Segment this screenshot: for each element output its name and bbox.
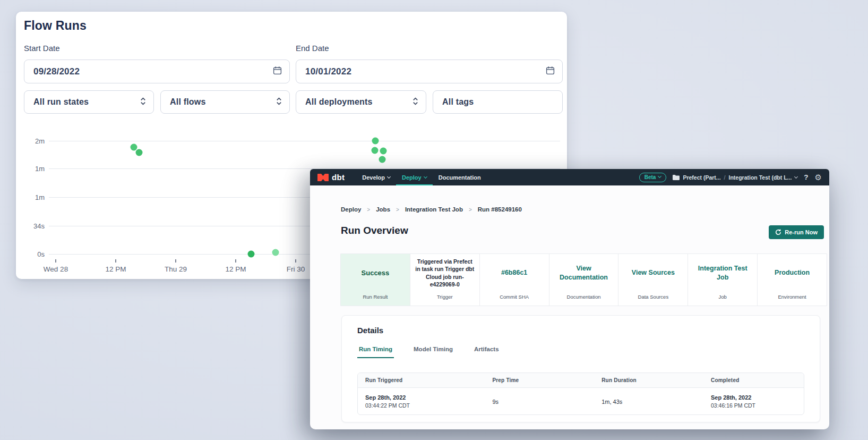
breadcrumb-item[interactable]: Deploy <box>341 206 361 213</box>
flow-run-data-point[interactable] <box>272 249 279 256</box>
flow-run-data-point[interactable] <box>379 156 386 163</box>
cell-line-secondary: 03:46:16 PM CDT <box>711 402 804 409</box>
flow-run-data-point[interactable] <box>372 138 379 145</box>
summary-card-label: Commit SHA <box>480 294 549 300</box>
end-date-input[interactable]: 10/01/2022 <box>296 60 563 83</box>
x-axis-tick <box>175 259 176 263</box>
run-timing-table: Run TriggeredPrep TimeRun DurationComple… <box>357 373 804 415</box>
x-axis-tick <box>235 259 236 263</box>
tab-artifacts[interactable]: Artifacts <box>472 346 501 358</box>
beta-label: Beta <box>644 174 656 180</box>
summary-card-run-result: SuccessRun Result <box>341 254 410 306</box>
breadcrumb-separator: > <box>396 207 399 213</box>
y-axis-tick-label: 34s <box>16 222 45 230</box>
summary-card-value[interactable]: Integration Test Job <box>692 264 753 282</box>
end-date-value: 10/01/2022 <box>305 66 351 77</box>
rerun-now-label: Re-run Now <box>785 229 818 235</box>
chevron-down-icon <box>387 174 391 178</box>
start-date-value: 09/28/2022 <box>33 66 80 77</box>
details-tabs: Run TimingModel TimingArtifacts <box>357 346 501 358</box>
breadcrumb-item[interactable]: Integration Test Job <box>405 206 463 213</box>
flow-run-data-point[interactable] <box>372 147 379 154</box>
summary-card-commit-sha[interactable]: #6b86c1Commit SHA <box>480 254 549 306</box>
nav-item-deploy[interactable]: Deploy <box>396 169 433 185</box>
cell-line-primary: Sep 28th, 2022 <box>365 394 485 401</box>
tags-value: All tags <box>442 97 474 107</box>
x-axis-tick-label: Thu 29 <box>165 265 187 273</box>
summary-card-label: Run Result <box>341 294 410 300</box>
summary-card-value[interactable]: View Documentation <box>554 264 614 282</box>
flows-value: All flows <box>170 97 206 107</box>
summary-card-environment[interactable]: ProductionEnvironment <box>758 254 827 306</box>
dbt-cloud-window: dbt DevelopDeployDocumentation Beta Pref… <box>310 169 829 429</box>
summary-card-value[interactable]: Production <box>775 268 810 277</box>
breadcrumb-item[interactable]: Jobs <box>376 206 390 213</box>
deployments-select[interactable]: All deployments <box>296 90 426 114</box>
x-axis-tick <box>115 259 116 263</box>
nav-item-documentation[interactable]: Documentation <box>433 169 487 185</box>
cell-line-primary: 9s <box>492 399 594 405</box>
y-axis-tick-label: 0s <box>16 250 45 258</box>
x-axis-tick-label: Fri 30 <box>287 265 305 273</box>
summary-card-label: Data Sources <box>618 294 687 300</box>
cell-line-primary: Sep 28th, 2022 <box>711 394 804 401</box>
summary-card-value[interactable]: View Sources <box>632 268 675 277</box>
flow-run-data-point[interactable] <box>248 251 255 258</box>
x-axis-tick-label: 12 PM <box>105 265 126 273</box>
run-states-select[interactable]: All run states <box>24 90 154 114</box>
flow-run-data-point[interactable] <box>136 149 143 156</box>
end-date-label: End Date <box>296 44 329 53</box>
project-name: Integration Test (dbt L... <box>729 174 792 181</box>
updown-chevron-icon <box>140 97 146 108</box>
summary-card-label: Trigger <box>410 294 479 300</box>
dbt-brand: dbt <box>332 173 345 182</box>
cell-line-secondary: 03:44:22 PM CDT <box>365 402 485 409</box>
table-cell: Sep 28th, 202203:46:16 PM CDT <box>703 394 804 409</box>
start-date-input[interactable]: 09/28/2022 <box>24 60 290 83</box>
nav-item-label: Develop <box>362 174 385 181</box>
x-axis-tick <box>55 259 56 263</box>
breadcrumb: Deploy>Jobs>Integration Test Job>Run #85… <box>341 206 522 213</box>
table-header-cell: Completed <box>703 377 804 383</box>
details-card: Details Run TimingModel TimingArtifacts … <box>341 315 820 422</box>
nav-item-develop[interactable]: Develop <box>356 169 396 185</box>
table-header-row: Run TriggeredPrep TimeRun DurationComple… <box>358 373 804 388</box>
summary-card-data-sources[interactable]: View SourcesData Sources <box>618 254 688 306</box>
flows-select[interactable]: All flows <box>160 90 290 114</box>
nav-item-label: Deploy <box>402 174 422 181</box>
summary-card-documentation[interactable]: View DocumentationDocumentation <box>549 254 619 306</box>
nav-menu: DevelopDeployDocumentation <box>356 169 487 185</box>
run-summary-cards: SuccessRun ResultTriggered via Prefect i… <box>340 253 827 306</box>
account-project-selector[interactable]: Prefect (Part... / Integration Test (dbt… <box>673 174 797 181</box>
tab-run-timing[interactable]: Run Timing <box>357 346 394 358</box>
summary-card-value: Triggered via Prefect in task run Trigge… <box>415 258 475 288</box>
flow-run-data-point[interactable] <box>380 148 387 155</box>
settings-gear-icon[interactable]: ⚙ <box>815 173 822 181</box>
nav-item-label: Documentation <box>439 174 481 181</box>
dbt-logo-icon[interactable] <box>317 174 329 181</box>
y-axis-tick-label: 2m <box>16 137 45 145</box>
run-overview-title: Run Overview <box>341 225 408 236</box>
rerun-now-button[interactable]: Re-run Now <box>769 225 824 239</box>
folder-icon <box>673 175 680 180</box>
breadcrumb-item[interactable]: Run #85249160 <box>478 206 522 213</box>
summary-card-label: Environment <box>758 294 827 300</box>
beta-badge[interactable]: Beta <box>639 173 667 182</box>
x-axis-tick-label: 12 PM <box>225 265 246 273</box>
tab-model-timing[interactable]: Model Timing <box>412 346 454 358</box>
table-row: Sep 28th, 202203:44:22 PM CDT9s1m, 43sSe… <box>358 388 804 415</box>
chart-gridline <box>49 141 560 141</box>
help-button[interactable]: ? <box>804 173 808 181</box>
x-axis-tick <box>295 259 296 263</box>
tags-select[interactable]: All tags <box>433 90 563 114</box>
summary-card-label: Job <box>688 294 757 300</box>
chevron-down-icon <box>794 174 798 178</box>
project-separator: / <box>724 174 726 181</box>
summary-card-value[interactable]: #6b86c1 <box>501 268 527 277</box>
summary-card-job[interactable]: Integration Test JobJob <box>688 254 758 306</box>
start-date-label: Start Date <box>24 44 60 53</box>
flow-runs-title: Flow Runs <box>24 19 87 33</box>
breadcrumb-separator: > <box>469 207 472 213</box>
chevron-down-icon <box>658 174 661 178</box>
table-cell: 1m, 43s <box>594 399 703 405</box>
